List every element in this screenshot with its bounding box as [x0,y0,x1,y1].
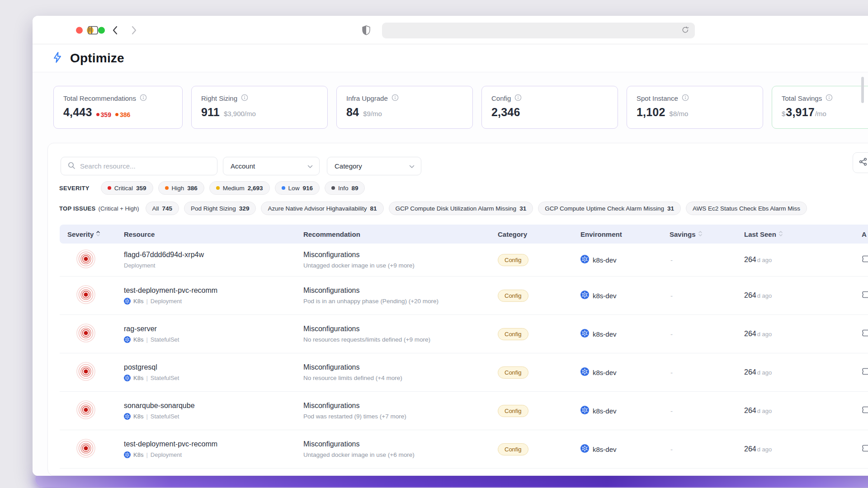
column-resource: Resource [124,230,303,238]
info-dot-icon [331,186,335,190]
top-issues-row: TOP ISSUES (Critical + High) All745 Pod … [48,202,868,215]
action-cell [862,254,868,266]
severity-chip-low[interactable]: Low916 [275,181,320,195]
issue-chip-all[interactable]: All745 [146,202,179,215]
stat-label: Config [491,94,511,102]
resource-name: test-deployment-pvc-recomm [124,440,303,448]
address-bar[interactable] [382,23,695,38]
resource-platform: K8s [133,451,143,458]
action-cell [862,290,868,301]
search-input-wrapper [61,157,217,175]
last-seen-cell: 264d ago [744,291,862,300]
last-seen-cell: 264d ago [744,368,862,376]
info-icon[interactable] [241,94,248,103]
top-issues-qualifier: (Critical + High) [99,205,139,212]
environment-cell: k8s-dev [580,329,670,339]
resource-cell: sonarqube-sonarqube K8s | StatefulSet [124,402,303,420]
critical-bullseye-icon [76,400,96,422]
recommendation-cell: Misconfigurations Untagged docker image … [303,251,498,269]
table-row[interactable]: test-deployment-pvc-recomm K8s | Deploym… [60,430,868,469]
sidebar-toggle-icon[interactable] [88,26,98,35]
optimize-bolt-icon [52,52,63,65]
info-icon[interactable] [682,94,689,103]
recommendation-cell: Misconfigurations No resources requests/… [303,325,498,343]
privacy-shield-icon[interactable] [362,25,371,35]
recommendation-title: Misconfigurations [303,440,498,448]
info-icon[interactable] [514,94,522,103]
issue-chip-gcp-disk[interactable]: GCP Compute Disk Utilization Alarm Missi… [389,202,533,215]
resource-kind: StatefulSet [151,413,179,420]
account-dropdown[interactable]: Account [223,157,320,175]
forward-icon[interactable] [132,26,137,35]
savings-cell: - [670,256,744,264]
recommendation-detail: No resource limits defined (+4 more) [303,375,498,381]
recommendation-detail: Untagged docker image in use (+6 more) [303,451,498,458]
stat-label: Infra Upgrade [346,94,388,102]
resource-name: test-deployment-pvc-recomm [124,286,303,295]
ticket-icon[interactable] [862,443,868,455]
issue-chip-gcp-uptime[interactable]: GCP Compute Uptime Check Alarm Missing31 [538,202,681,215]
column-savings[interactable]: Savings [670,230,744,239]
ticket-icon[interactable] [862,405,868,417]
column-last-seen[interactable]: Last Seen [744,230,862,239]
critical-bullseye-icon [76,438,96,460]
stat-card-infra-upgrade: Infra Upgrade 84 $9/mo [336,86,473,129]
table-row[interactable]: rag-server K8s | StatefulSet Misconfigur… [60,315,868,353]
recommendation-cell: Misconfigurations No resource limits def… [303,363,498,381]
issue-chip-aws-ec2[interactable]: AWS Ec2 Status Check Ebs Alarm Miss [686,202,807,215]
ticket-icon[interactable] [862,254,868,266]
column-action: A [862,230,868,238]
medium-dot-icon [216,186,220,190]
table-row[interactable]: postgresql K8s | StatefulSet Misconfigur… [60,353,868,392]
category-cell: Config [498,405,580,417]
reload-icon[interactable] [681,26,689,36]
ticket-icon[interactable] [862,290,868,301]
table-row[interactable]: sonarqube-sonarqube K8s | StatefulSet Mi… [60,392,868,430]
browser-toolbar [33,16,868,44]
info-icon[interactable] [140,94,147,103]
column-severity[interactable]: Severity [67,230,124,239]
severity-chip-high[interactable]: High386 [158,181,204,195]
ticket-icon[interactable] [862,366,868,378]
ticket-icon[interactable] [862,328,868,340]
severity-cell [67,438,124,460]
info-icon[interactable] [826,94,833,103]
table-row[interactable]: flagd-67ddd6d94d-xrp4w Deployment Miscon… [60,244,868,277]
resource-name: rag-server [124,325,303,333]
config-category-badge: Config [498,405,528,417]
issue-chip-azure-advisor[interactable]: Azure Native Advisor Highavailability81 [261,202,383,215]
environment-cell: k8s-dev [580,444,670,454]
close-window-button[interactable] [76,27,83,34]
back-icon[interactable] [112,26,118,35]
recommendation-title: Misconfigurations [303,363,498,371]
top-issues-label: TOP ISSUES [59,205,96,212]
category-cell: Config [498,290,580,302]
issue-chip-pod-right-sizing[interactable]: Pod Right Sizing329 [184,202,256,215]
scrollbar-thumb[interactable] [861,77,864,103]
environment-name: k8s-dev [593,256,617,264]
environment-name: k8s-dev [593,407,617,415]
severity-chip-critical[interactable]: Critical359 [101,181,153,195]
severity-cell [67,400,124,422]
stat-value: 1,102 [637,106,665,119]
severity-chip-medium[interactable]: Medium2,693 [209,181,270,195]
info-icon[interactable] [392,94,399,103]
resource-cell: postgresql K8s | StatefulSet [124,363,303,381]
severity-cell [67,285,124,306]
category-dropdown[interactable]: Category [327,157,421,175]
critical-dot-icon [96,113,99,116]
recommendation-detail: No resources requests/limits defined (+9… [303,336,498,343]
table-row[interactable]: test-deployment-pvc-recomm K8s | Deploym… [60,277,868,315]
last-seen-cell: 264d ago [744,445,862,453]
resource-platform: K8s [133,336,143,343]
config-category-badge: Config [498,366,528,379]
zoom-window-button[interactable] [98,27,105,34]
search-input[interactable] [80,157,211,175]
severity-cell [67,249,124,271]
resource-kind: Deployment [124,262,155,269]
recommendation-cell: Misconfigurations Pod was restarted (9) … [303,402,498,420]
recommendation-title: Misconfigurations [303,402,498,410]
stat-value: 911 [201,106,220,119]
severity-chip-info[interactable]: Info89 [325,181,365,195]
share-button[interactable] [853,152,868,173]
